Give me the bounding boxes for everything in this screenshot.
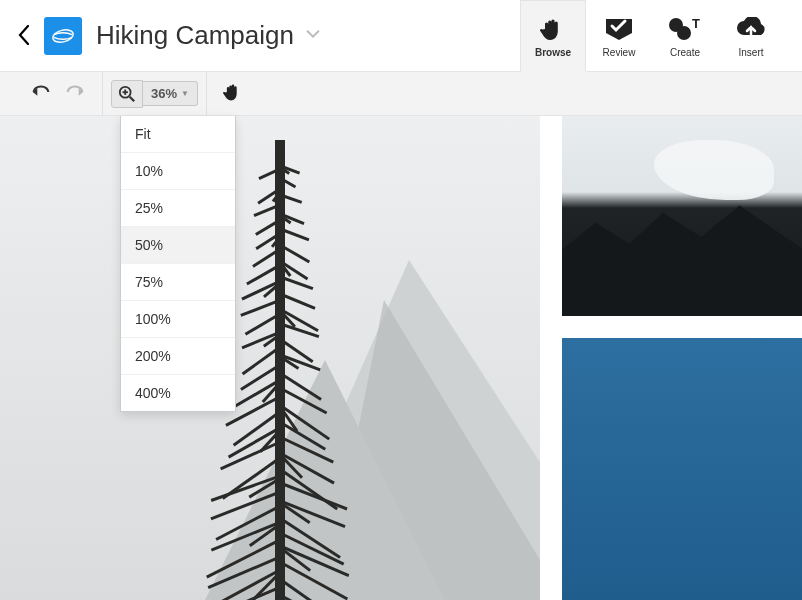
zoom-option-100[interactable]: 100% <box>121 301 235 338</box>
zoom-in-button[interactable] <box>111 80 143 108</box>
app-logo <box>44 17 82 55</box>
zoom-option-25[interactable]: 25% <box>121 190 235 227</box>
zoom-option-fit[interactable]: Fit <box>121 116 235 153</box>
pan-tool-button[interactable] <box>207 81 259 107</box>
zoom-option-75[interactable]: 75% <box>121 264 235 301</box>
nav-tab-review[interactable]: Review <box>586 0 652 71</box>
nav-tab-label: Create <box>670 47 700 58</box>
nav-tabs: Browse Review T Create Insert <box>520 0 784 71</box>
main-image[interactable] <box>0 116 540 600</box>
zoom-option-50[interactable]: 50% <box>121 227 235 264</box>
svg-line-5 <box>130 96 135 101</box>
svg-point-0 <box>51 27 74 43</box>
nav-tab-label: Browse <box>535 47 571 58</box>
nav-tab-create[interactable]: T Create <box>652 0 718 71</box>
zoom-option-400[interactable]: 400% <box>121 375 235 411</box>
create-text-icon: T <box>668 15 702 43</box>
nav-tab-browse[interactable]: Browse <box>520 0 586 72</box>
title-dropdown[interactable] <box>304 25 322 47</box>
thumbnail-column <box>562 116 802 600</box>
zoom-option-10[interactable]: 10% <box>121 153 235 190</box>
hand-icon <box>540 15 566 43</box>
page-title: Hiking Campaign <box>96 20 294 51</box>
undo-button[interactable] <box>24 80 58 108</box>
zoom-level-value: 36% <box>151 86 177 101</box>
zoom-level-dropdown[interactable]: 36% ▼ <box>143 81 198 106</box>
thumbnail-image-2[interactable] <box>562 338 802 600</box>
back-button[interactable] <box>18 22 44 50</box>
cloud-upload-icon <box>734 15 768 43</box>
nav-tab-label: Review <box>603 47 636 58</box>
svg-text:T: T <box>692 17 700 31</box>
nav-tab-label: Insert <box>738 47 763 58</box>
svg-point-2 <box>677 26 691 40</box>
redo-button[interactable] <box>58 80 92 108</box>
chevron-down-icon: ▼ <box>181 89 189 98</box>
nav-tab-insert[interactable]: Insert <box>718 0 784 71</box>
app-header: Hiking Campaign Browse Review T Create <box>0 0 802 72</box>
zoom-dropdown-menu: Fit 10% 25% 50% 75% 100% 200% 400% <box>120 116 236 412</box>
toolbar: 36% ▼ <box>0 72 802 116</box>
zoom-option-200[interactable]: 200% <box>121 338 235 375</box>
thumbnail-image-1[interactable] <box>562 116 802 316</box>
check-badge-icon <box>604 15 634 43</box>
